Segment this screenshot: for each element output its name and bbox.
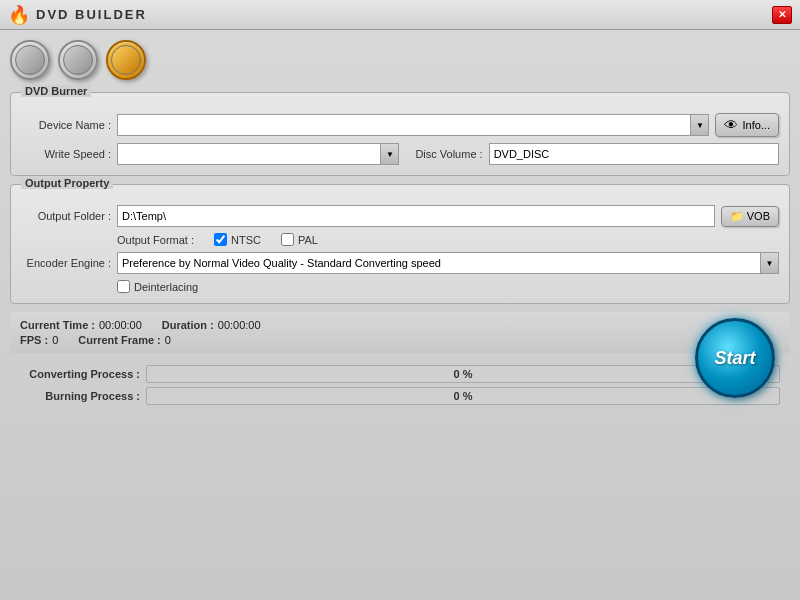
duration-value: 00:00:00 bbox=[218, 319, 261, 331]
ntsc-checkbox-row: NTSC bbox=[214, 233, 261, 246]
toolbar-button-3[interactable] bbox=[106, 40, 146, 80]
info-btn-label: Info... bbox=[742, 119, 770, 131]
current-time-label: Current Time : bbox=[20, 319, 95, 331]
current-frame-value: 0 bbox=[165, 334, 171, 346]
title-bar: 🔥 DVD BUILDER ✕ bbox=[0, 0, 800, 30]
device-name-row: Device Name : ▼ 👁 Info... bbox=[21, 113, 779, 137]
ntsc-label: NTSC bbox=[231, 234, 261, 246]
main-window: DVD Burner Device Name : ▼ 👁 Info... Wri… bbox=[0, 30, 800, 600]
dvd-burner-title: DVD Burner bbox=[21, 85, 91, 97]
converting-process-row: Converting Process : 0 % bbox=[20, 365, 780, 383]
encoder-engine-arrow[interactable]: ▼ bbox=[760, 253, 778, 273]
folder-icon: 📁 bbox=[730, 210, 744, 223]
deinterlacing-row: Deinterlacing bbox=[117, 280, 779, 293]
burning-progress-bar: 0 % bbox=[146, 387, 780, 405]
deinterlacing-checkbox[interactable] bbox=[117, 280, 130, 293]
disc-volume-label: Disc Volume : bbox=[415, 148, 482, 160]
current-frame-item: Current Frame : 0 bbox=[78, 334, 171, 346]
start-button[interactable]: Start bbox=[695, 318, 775, 398]
close-button[interactable]: ✕ bbox=[772, 6, 792, 24]
vob-button[interactable]: 📁 VOB bbox=[721, 206, 779, 227]
write-speed-label: Write Speed : bbox=[21, 148, 111, 160]
duration-item: Duration : 00:00:00 bbox=[162, 319, 261, 331]
write-speed-input[interactable] bbox=[118, 146, 380, 162]
pal-label: PAL bbox=[298, 234, 318, 246]
info-button[interactable]: 👁 Info... bbox=[715, 113, 779, 137]
toolbar-button-3-inner bbox=[111, 45, 141, 75]
toolbar-button-2-inner bbox=[63, 45, 93, 75]
output-folder-row: Output Folder : 📁 VOB bbox=[21, 205, 779, 227]
device-name-label: Device Name : bbox=[21, 119, 111, 131]
encoder-engine-input[interactable] bbox=[118, 255, 760, 271]
device-name-arrow[interactable]: ▼ bbox=[690, 115, 708, 135]
status-section: Current Time : 00:00:00 Duration : 00:00… bbox=[10, 312, 790, 353]
pal-checkbox[interactable] bbox=[281, 233, 294, 246]
disc-volume-input[interactable] bbox=[489, 143, 779, 165]
write-speed-dropdown[interactable]: ▼ bbox=[117, 143, 399, 165]
converting-process-label: Converting Process : bbox=[20, 368, 140, 380]
write-speed-arrow[interactable]: ▼ bbox=[380, 144, 398, 164]
write-speed-row: Write Speed : ▼ Disc Volume : bbox=[21, 143, 779, 165]
converting-progress-text: 0 % bbox=[454, 368, 473, 380]
deinterlacing-checkbox-row: Deinterlacing bbox=[117, 280, 198, 293]
eye-icon: 👁 bbox=[724, 117, 738, 133]
current-time-item: Current Time : 00:00:00 bbox=[20, 319, 142, 331]
burning-process-label: Burning Process : bbox=[20, 390, 140, 402]
device-name-dropdown[interactable]: ▼ bbox=[117, 114, 709, 136]
encoder-engine-label: Encoder Engine : bbox=[21, 257, 111, 269]
converting-progress-bar: 0 % bbox=[146, 365, 780, 383]
vob-btn-label: VOB bbox=[747, 210, 770, 222]
output-property-title: Output Property bbox=[21, 177, 113, 189]
toolbar bbox=[10, 40, 790, 80]
duration-label: Duration : bbox=[162, 319, 214, 331]
dvd-burner-group: DVD Burner Device Name : ▼ 👁 Info... Wri… bbox=[10, 92, 790, 176]
status-row-2: FPS : 0 Current Frame : 0 bbox=[20, 334, 780, 346]
toolbar-button-1[interactable] bbox=[10, 40, 50, 80]
start-btn-label: Start bbox=[714, 348, 755, 369]
flame-icon: 🔥 bbox=[8, 4, 30, 26]
device-name-input[interactable] bbox=[118, 117, 690, 133]
encoder-engine-dropdown[interactable]: ▼ bbox=[117, 252, 779, 274]
output-folder-label: Output Folder : bbox=[21, 210, 111, 222]
output-property-group: Output Property Output Folder : 📁 VOB Ou… bbox=[10, 184, 790, 304]
bottom-section: Converting Process : 0 % Burning Process… bbox=[10, 357, 790, 413]
deinterlacing-label: Deinterlacing bbox=[134, 281, 198, 293]
burning-progress-text: 0 % bbox=[454, 390, 473, 402]
pal-checkbox-row: PAL bbox=[281, 233, 318, 246]
output-format-row: Output Format : NTSC PAL bbox=[117, 233, 779, 246]
progress-section: Converting Process : 0 % Burning Process… bbox=[10, 357, 790, 413]
window-title: DVD BUILDER bbox=[36, 7, 147, 22]
burning-process-row: Burning Process : 0 % bbox=[20, 387, 780, 405]
current-frame-label: Current Frame : bbox=[78, 334, 161, 346]
toolbar-button-2[interactable] bbox=[58, 40, 98, 80]
output-format-label: Output Format : bbox=[117, 234, 194, 246]
ntsc-checkbox[interactable] bbox=[214, 233, 227, 246]
toolbar-button-1-inner bbox=[15, 45, 45, 75]
fps-label: FPS : bbox=[20, 334, 48, 346]
status-row-1: Current Time : 00:00:00 Duration : 00:00… bbox=[20, 319, 780, 331]
fps-item: FPS : 0 bbox=[20, 334, 58, 346]
fps-value: 0 bbox=[52, 334, 58, 346]
encoder-engine-row: Encoder Engine : ▼ bbox=[21, 252, 779, 274]
current-time-value: 00:00:00 bbox=[99, 319, 142, 331]
output-folder-input[interactable] bbox=[117, 205, 715, 227]
